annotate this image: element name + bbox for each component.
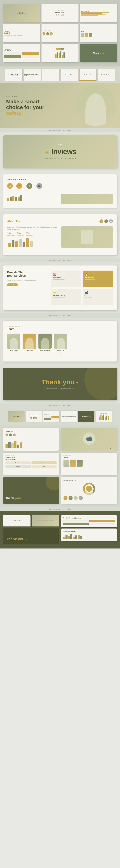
ms-thankyou: Thank you- bbox=[78, 411, 94, 422]
bottom-about-slide: About Us Lorem ipsum dolor sit amet cons… bbox=[3, 428, 59, 451]
template-label-row-3: Template by · freeslides bbox=[0, 313, 120, 318]
provide-grid: Smart Home Fire Detection Electrical CCT… bbox=[5, 461, 56, 468]
provide-title: Provide The Best Services bbox=[7, 271, 48, 278]
preview-slides-row: ◄Inviews Make a smart choice for your sa… bbox=[0, 66, 120, 83]
about-section: About Us f t in Lorem ipsum dolor sit am… bbox=[0, 211, 120, 258]
thankyou-slide: Thank you - contact@inviews.com | www.in… bbox=[3, 368, 117, 400]
preview-slide-security2: Security solutions bbox=[61, 69, 78, 81]
provide-card-1: 🏠 Smart Home Automated home security bbox=[51, 271, 81, 287]
mini-slide-security: Security solutions 🏠 Smart 🔥 Fire ⚡ Elec… bbox=[41, 24, 78, 42]
ms-brand: ◄Inviews bbox=[8, 411, 25, 422]
mini-slide-stats: 85k+ 120k bbox=[41, 44, 78, 62]
brand-tagline: Presentation Template bbox=[44, 158, 76, 160]
provide-services-grid: 🏠 Smart Home Automated home security 🔥 F… bbox=[51, 271, 113, 305]
mini-slide-1: ◄ Inviews bbox=[3, 4, 40, 23]
social-icon-2: t bbox=[104, 219, 108, 223]
social-icon-3: in bbox=[109, 219, 113, 223]
security-icon-cctv: 📹 CCTV bbox=[36, 183, 42, 191]
about-title: About Us bbox=[7, 220, 20, 223]
security-section: Security solutions 🏠 Smart Home 🔥 Fire D… bbox=[0, 171, 120, 211]
provide-card-2: 🔥 Fire Detection Advanced fire detection bbox=[83, 271, 113, 287]
about-slide: About Us f t in Lorem ipsum dolor sit am… bbox=[3, 214, 117, 255]
provide-card-3: ⚡ Electrical Security Full electrical pr… bbox=[51, 289, 81, 305]
final-bottom-section: Why Choose Us Make a smart choice for yo… bbox=[0, 511, 120, 549]
fms-why: Why Choose Us bbox=[3, 515, 31, 526]
about-bar-chart bbox=[5, 440, 56, 448]
about-stat-3: 20+ Team Members bbox=[26, 232, 32, 236]
smart-choice-slide: TEMPLATE Make a smart choice for your sa… bbox=[0, 83, 120, 128]
template-label-row-5: Template by · freeslides bbox=[0, 507, 120, 511]
security-slide: Security solutions 🏠 Smart Home 🔥 Fire D… bbox=[3, 174, 117, 208]
dot-3 bbox=[62, 144, 63, 145]
about-text: Lorem ipsum dolor sit amet, consectetur … bbox=[7, 226, 59, 230]
hero-person-image bbox=[75, 85, 116, 126]
dot-1 bbox=[58, 144, 59, 145]
brand-arrow-icon: ◄ bbox=[16, 12, 18, 14]
team-avatar-3 bbox=[38, 334, 52, 349]
preview-slide-provide2: Provide The Best Services bbox=[97, 69, 115, 81]
ms-provide: Provide TheBest Services bbox=[43, 411, 59, 422]
provide-icon-electric: ⚡ bbox=[53, 291, 80, 294]
ms-security: Security solutions 🏠 🔥 ⚡ bbox=[26, 411, 42, 422]
bottom-slides-section: About Us Lorem ipsum dolor sit amet cons… bbox=[0, 425, 120, 507]
provide-card-4: 📹 CCTV 24/7 surveillance bbox=[83, 289, 113, 305]
bottom-provide-slide: OUR SERVICES Provide TheBest Services Sm… bbox=[3, 453, 59, 475]
provide-icon-cctv: 📹 bbox=[85, 291, 112, 294]
fms-smart: Make a smart choice for your safety bbox=[32, 515, 59, 526]
brand-slide: ◄ Inviews Presentation Template bbox=[3, 135, 117, 168]
team-title: Team bbox=[7, 327, 113, 331]
security-icon-fire: 🔥 Fire Detection bbox=[16, 183, 22, 191]
security-icon-home: 🏠 Smart Home bbox=[7, 183, 13, 191]
bottom-thankyou-slide: Thank you- contact@inviews.com bbox=[3, 477, 59, 504]
top-slides-grid: ◄ Inviews TEMPLATE Make a smart choice f… bbox=[0, 0, 120, 66]
social-icon-1: f bbox=[99, 219, 103, 223]
team-avatar-1 bbox=[7, 334, 21, 349]
team-member-3: Mike Johnson Developer bbox=[38, 334, 52, 353]
brand-logo-large: ◄ Inviews bbox=[44, 148, 77, 156]
team-section: Our Expert Team John Smith CEO & Founder bbox=[0, 318, 120, 365]
mini-slide-3: Why Choose Us bbox=[80, 4, 117, 23]
provide-icon-fire: 🔥 bbox=[85, 273, 112, 276]
thankyou-section: Thank you - contact@inviews.com | www.in… bbox=[0, 365, 120, 403]
final-thankyou-text: Thank you - bbox=[6, 537, 27, 541]
mini-slide-2: TEMPLATE Make a smart choice for your sa… bbox=[41, 4, 78, 23]
mini-slide-about: About Us Lorem ipsum dolor sit amet cons… bbox=[3, 24, 40, 42]
preview-slide-why: Why Choose Us bbox=[79, 69, 96, 81]
team-member-4: Sarah Lee Manager bbox=[54, 334, 67, 353]
provide-learn-more-btn[interactable]: Learn More bbox=[7, 283, 18, 286]
smart-choice-section: TEMPLATE Make a smart choice for your sa… bbox=[0, 83, 120, 128]
preview-slide-about: About Us bbox=[42, 69, 59, 81]
team-label: Our Expert bbox=[7, 326, 113, 327]
bottom-security-slide: 📹 Security Camera bbox=[61, 428, 117, 451]
thankyou-text: Thank you - bbox=[42, 378, 78, 386]
team-slide: Our Expert Team John Smith CEO & Founder bbox=[3, 321, 117, 362]
team-avatar-4 bbox=[54, 334, 67, 349]
preview-slide-smart: Make a smart choice for your safety bbox=[24, 69, 41, 81]
frs-provide: Provide The Best Services Smart Home Fir… bbox=[61, 515, 117, 527]
why-circles: 1 Smart 2 Fire 3 Electric 4 CCTV bbox=[64, 496, 115, 501]
ms-smart: Make a smart choice for your safety bbox=[61, 411, 77, 422]
mini-slide-thankyou: Thank you- bbox=[80, 44, 117, 62]
dot-2 bbox=[59, 144, 61, 145]
bottom-team-slide: OUR EXPERT Team bbox=[61, 453, 117, 475]
security-icon-electric: ⚡ Electrical Security bbox=[25, 183, 33, 191]
brand-slide-section: ◄ Inviews Presentation Template bbox=[0, 132, 120, 171]
team-members-list: John Smith CEO & Founder Jane Doe Lead D… bbox=[7, 334, 113, 353]
about-stat-1: 10+ Years Experience bbox=[7, 232, 15, 236]
provide-slide: Provide The Best Services Lorem ipsum do… bbox=[3, 266, 117, 310]
provide-icon-home: 🏠 bbox=[53, 273, 80, 276]
provide-section: Provide The Best Services Lorem ipsum do… bbox=[0, 262, 120, 313]
brand-arrow-large: ◄ bbox=[44, 149, 50, 155]
about-stat-2: 50+ Projects Done bbox=[17, 232, 24, 236]
thankyou-bg-circle bbox=[84, 368, 117, 400]
mini-slide-team: OUR EXPERT Team bbox=[80, 24, 117, 42]
template-label-row-2: Template by · freeslides bbox=[0, 258, 120, 262]
about-chart bbox=[7, 238, 59, 248]
final-chart-bars bbox=[63, 533, 115, 539]
template-label-row-4: Template by · freeslides bbox=[0, 403, 120, 408]
team-member-2: Jane Doe Lead Designer bbox=[23, 334, 36, 353]
final-thankyou-block: Thank you - bbox=[3, 528, 59, 545]
bottom-why-slide: Why Choose Us 4 1 Smart 2 Fire 3 Electri… bbox=[61, 477, 117, 504]
mini-slide-provide: Provide TheBest Services bbox=[3, 44, 40, 62]
about-image bbox=[61, 226, 113, 248]
